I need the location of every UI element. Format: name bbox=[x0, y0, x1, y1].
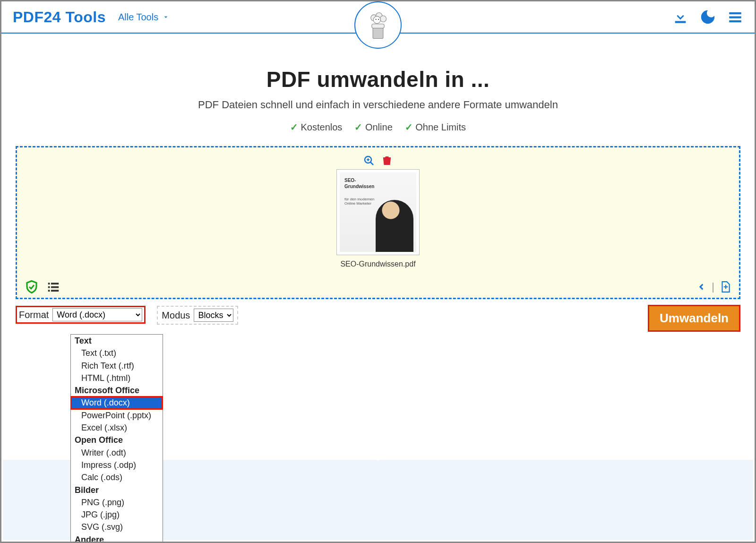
thumb-subtitle: für den modernen Online Marketer bbox=[344, 197, 374, 206]
svg-rect-15 bbox=[48, 286, 50, 288]
dropdown-group: Bilder bbox=[71, 484, 163, 496]
dropdown-option[interactable]: Rich Text (.rtf) bbox=[71, 360, 163, 372]
dropdown-option[interactable]: SVG (.svg) bbox=[71, 521, 163, 533]
file-thumbnail[interactable]: SEO- Grundwissen für den modernen Online… bbox=[336, 169, 420, 255]
page-title: PDF umwandeln in ... bbox=[1, 67, 755, 92]
convert-button[interactable]: Umwandeln bbox=[648, 305, 740, 332]
delete-icon[interactable] bbox=[381, 155, 393, 166]
svg-rect-2 bbox=[372, 24, 384, 28]
dropdown-option[interactable]: PNG (.png) bbox=[71, 496, 163, 509]
header-right bbox=[672, 1, 743, 33]
mode-control: Modus Blocks bbox=[157, 306, 238, 325]
dropdown-option[interactable]: Word (.docx) bbox=[71, 396, 163, 409]
svg-rect-14 bbox=[51, 283, 59, 284]
shield-check-icon[interactable] bbox=[25, 280, 39, 294]
svg-rect-17 bbox=[48, 290, 50, 292]
dropdown-group: Text bbox=[71, 335, 163, 347]
theme-icon[interactable] bbox=[700, 9, 716, 25]
controls-row: Format Word (.docx) Modus Blocks Umwande… bbox=[16, 306, 740, 325]
badge-nolimits: Ohne Limits bbox=[405, 121, 466, 133]
badge-free: Kostenlos bbox=[290, 121, 342, 133]
feature-badges: Kostenlos Online Ohne Limits bbox=[1, 121, 755, 133]
svg-rect-13 bbox=[48, 283, 50, 284]
dropzone-footer: | bbox=[25, 280, 731, 294]
dropdown-option[interactable]: Writer (.odt) bbox=[71, 447, 163, 459]
dropdown-group: Open Office bbox=[71, 434, 163, 446]
mode-select[interactable]: Blocks bbox=[194, 309, 233, 322]
dropdown-group: Microsoft Office bbox=[71, 384, 163, 396]
format-select[interactable]: Word (.docx) bbox=[52, 308, 142, 321]
hamburger-menu-icon[interactable] bbox=[727, 9, 743, 25]
brand-logo-text[interactable]: PDF24 Tools bbox=[13, 9, 106, 26]
sheep-blender-icon bbox=[361, 9, 395, 42]
dropdown-option[interactable]: Impress (.odp) bbox=[71, 459, 163, 471]
format-label: Format bbox=[19, 310, 49, 320]
dropdown-option[interactable]: PowerPoint (.pptx) bbox=[71, 409, 163, 422]
file-area: SEO- Grundwissen für den modernen Online… bbox=[25, 155, 731, 268]
dropdown-group: Andere bbox=[71, 534, 163, 543]
all-tools-label: Alle Tools bbox=[118, 12, 158, 23]
zoom-icon[interactable] bbox=[363, 155, 375, 166]
svg-point-6 bbox=[373, 16, 380, 23]
dropdown-option[interactable]: JPG (.jpg) bbox=[71, 509, 163, 521]
svg-rect-1 bbox=[373, 27, 383, 38]
svg-point-5 bbox=[380, 16, 386, 22]
file-actions bbox=[363, 155, 393, 166]
thumb-person-graphic bbox=[376, 200, 413, 252]
svg-point-8 bbox=[378, 19, 379, 20]
svg-point-0 bbox=[710, 12, 713, 15]
top-header: PDF24 Tools Alle Tools bbox=[1, 1, 755, 34]
all-tools-menu[interactable]: Alle Tools bbox=[118, 12, 170, 23]
download-icon[interactable] bbox=[672, 9, 688, 25]
thumb-title: SEO- Grundwissen bbox=[344, 177, 374, 190]
svg-rect-16 bbox=[51, 286, 59, 288]
dropdown-option[interactable]: Excel (.xlsx) bbox=[71, 422, 163, 434]
chevron-down-icon bbox=[162, 13, 170, 21]
page-subtitle: PDF Dateien schnell und einfach in versc… bbox=[1, 99, 755, 111]
file-dropzone[interactable]: SEO- Grundwissen für den modernen Online… bbox=[16, 146, 740, 299]
chevron-left-icon[interactable] bbox=[695, 281, 707, 293]
add-file-icon[interactable] bbox=[719, 281, 731, 293]
dropdown-option[interactable]: Text (.txt) bbox=[71, 347, 163, 359]
format-dropdown-list[interactable]: TextText (.txt)Rich Text (.rtf)HTML (.ht… bbox=[70, 334, 163, 543]
dropdown-option[interactable]: HTML (.html) bbox=[71, 372, 163, 384]
svg-line-10 bbox=[370, 162, 373, 165]
svg-rect-18 bbox=[51, 290, 59, 292]
format-control: Format Word (.docx) bbox=[16, 306, 146, 324]
mode-label: Modus bbox=[162, 310, 190, 321]
file-name-label: SEO-Grundwissen.pdf bbox=[340, 260, 415, 268]
mascot-logo bbox=[354, 1, 402, 49]
hero: PDF umwandeln in ... PDF Dateien schnell… bbox=[1, 67, 755, 133]
list-view-icon[interactable] bbox=[46, 280, 60, 294]
divider: | bbox=[712, 281, 714, 293]
badge-online: Online bbox=[354, 121, 392, 133]
dropdown-option[interactable]: Calc (.ods) bbox=[71, 471, 163, 483]
svg-point-7 bbox=[376, 19, 377, 20]
